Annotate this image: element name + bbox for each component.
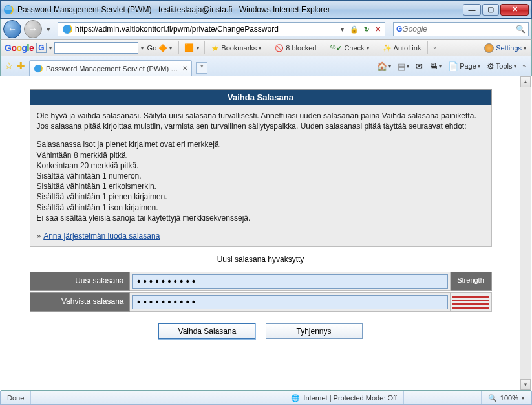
settings-label: Settings	[496, 44, 522, 52]
page-icon: 📄	[448, 61, 458, 71]
mail-icon: ✉	[416, 61, 423, 71]
window-titlebar: Password Management Servlet (PWM) - test…	[0, 0, 532, 19]
gear-icon: ⚙	[487, 61, 495, 71]
panel-heading: Vaihda Salasana	[30, 89, 492, 105]
confirm-password-label: Vahvista salasana	[30, 292, 130, 312]
autolink-button[interactable]: ✨AutoLink	[381, 44, 423, 52]
tab-close-button[interactable]: ✕	[182, 65, 187, 72]
url-input[interactable]	[75, 23, 337, 35]
home-icon: 🏠	[377, 61, 387, 71]
nav-history-dropdown[interactable]: ▾	[45, 25, 52, 34]
home-button[interactable]: 🏠▾	[375, 61, 393, 71]
star-icon: ★	[211, 43, 219, 53]
ie-icon	[34, 64, 43, 73]
forward-button[interactable]: →	[24, 20, 42, 38]
lock-icon[interactable]: 🔒	[350, 25, 359, 34]
clear-button[interactable]: Tyhjennys	[266, 323, 363, 339]
rss-icon: ▤	[398, 61, 405, 71]
tools-menu[interactable]: ⚙Tools▾	[485, 61, 518, 71]
password-rule: Sisältää vähintään 1 erikoismerkin.	[37, 181, 485, 192]
go-button[interactable]: Go 🔶▾	[146, 44, 174, 52]
stop-button[interactable]: ✕	[372, 25, 383, 34]
strength-meter	[451, 292, 492, 312]
password-rule: Sisältää vähintään 1 pienen kirjaimen.	[37, 192, 485, 202]
tab-toolbar: ☆ ✚ Password Management Servlet (PWM) - …	[0, 56, 532, 76]
google-search-dropdown[interactable]: ▾	[141, 45, 144, 51]
google-icon: G	[396, 25, 402, 34]
google-logo: Google	[5, 43, 34, 53]
ie-icon	[62, 24, 72, 34]
blocked-label: 8 blocked	[286, 44, 316, 52]
arrow-icon: »	[37, 232, 41, 241]
password-rule: Korkeintaan 20 merkkiä pitkä.	[37, 160, 485, 171]
bookmarks-button[interactable]: ★Bookmarks▾	[210, 43, 262, 53]
search-bar[interactable]: G 🔍	[393, 22, 529, 36]
wand-icon: ✨	[383, 44, 392, 52]
tools-label: Tools	[496, 62, 513, 70]
check-label: Check	[344, 44, 364, 52]
new-password-label: Uusi salasana	[30, 272, 130, 291]
password-rule: Sisältää vähintään 1 numeron.	[37, 171, 485, 181]
back-button[interactable]: ←	[3, 20, 21, 38]
check-icon: ᴬᴮ✔	[330, 44, 342, 52]
feeds-button[interactable]: ▤▾	[396, 61, 411, 71]
new-tab-button[interactable]: ▾	[196, 62, 207, 74]
zoom-icon: 🔍	[488, 394, 497, 402]
toolbar-overflow[interactable]: »	[433, 45, 436, 51]
page-content: ▲ ▼ Vaihda Salasana Ole hyvä ja vaihda s…	[1, 76, 531, 391]
status-done: Done	[1, 391, 31, 404]
accepted-message: Uusi salasana hyvaksytty	[30, 255, 492, 264]
refresh-button[interactable]: ↻	[361, 26, 372, 33]
blocked-icon: 🚫	[275, 44, 284, 52]
buzz-icon[interactable]: 🟧	[184, 43, 194, 52]
zone-label: Internet | Protected Mode: Off	[303, 394, 397, 402]
scroll-up-button[interactable]: ▲	[520, 76, 531, 87]
maximize-button[interactable]: ▢	[482, 4, 499, 16]
go-label: Go	[147, 44, 157, 52]
url-dropdown[interactable]: ▾	[337, 26, 347, 33]
search-input[interactable]	[402, 25, 516, 34]
status-bar: Done 🌐Internet | Protected Mode: Off 🔍10…	[0, 391, 532, 405]
print-icon: 🖶	[429, 61, 438, 71]
close-button[interactable]: ✕	[500, 4, 529, 16]
tab-label: Password Management Servlet (PWM) - test…	[46, 65, 179, 72]
zoom-label: 100%	[500, 394, 518, 402]
blocked-button[interactable]: 🚫8 blocked	[273, 44, 317, 52]
nav-toolbar: ← → ▾ ▾ 🔒 ↻ ✕ G 🔍	[0, 19, 532, 39]
print-button[interactable]: 🖶▾	[427, 61, 443, 71]
confirm-password-input[interactable]	[132, 295, 448, 309]
password-rule: Salasanassa isot ja pienet kirjaimet ova…	[37, 139, 485, 149]
strength-label: Strength	[451, 272, 492, 291]
mail-button[interactable]: ✉	[414, 61, 425, 71]
check-button[interactable]: ᴬᴮ✔Check▾	[328, 44, 370, 52]
window-title: Password Management Servlet (PWM) - test…	[17, 5, 463, 14]
new-password-input[interactable]	[132, 274, 448, 289]
security-zone[interactable]: 🌐Internet | Protected Mode: Off	[284, 391, 404, 404]
globe-icon: 🌐	[291, 394, 300, 402]
overflow-menu[interactable]: »	[521, 63, 527, 69]
page-label: Page	[460, 62, 476, 70]
settings-icon	[484, 43, 494, 53]
address-bar[interactable]: ▾ 🔒 ↻ ✕	[58, 22, 385, 36]
search-button[interactable]: 🔍	[516, 25, 526, 34]
browser-tab[interactable]: Password Management Servlet (PWM) - test…	[29, 60, 192, 76]
password-rule: Vähintään 8 merkkiä pitkä.	[37, 150, 485, 160]
panel-body: Ole hyvä ja vaihda salasanasi. Säilytä u…	[30, 105, 492, 247]
submit-button[interactable]: Vaihda Salasana	[158, 323, 255, 339]
page-menu[interactable]: 📄Page▾	[446, 61, 482, 71]
add-favorite-button[interactable]: ✚	[17, 60, 25, 72]
favorites-button[interactable]: ☆	[5, 60, 13, 72]
scrollbar[interactable]: ▲ ▼	[520, 76, 531, 390]
password-rules: Salasanassa isot ja pienet kirjaimet ova…	[37, 139, 485, 223]
password-rule: Ei saa sisältää yleisiä sanoja tai käyte…	[37, 213, 485, 223]
minimize-button[interactable]: —	[463, 4, 481, 16]
zoom-control[interactable]: 🔍100%▾	[482, 391, 531, 404]
google-toolbar-search[interactable]	[54, 42, 138, 54]
autolink-label: AutoLink	[394, 44, 421, 52]
intro-text: Ole hyvä ja vaihda salasanasi. Säilytä u…	[37, 111, 485, 131]
settings-button[interactable]: Settings▾	[483, 43, 527, 53]
password-rule: Sisältää vähintään 1 ison kirjaimen.	[37, 202, 485, 213]
scroll-down-button[interactable]: ▼	[520, 379, 531, 390]
google-toolbar: Google G▾ ▾ Go 🔶▾ 🟧▾ ★Bookmarks▾ 🚫8 bloc…	[0, 39, 532, 56]
generate-password-link[interactable]: Anna järjestelmän luoda salasana	[43, 232, 160, 241]
